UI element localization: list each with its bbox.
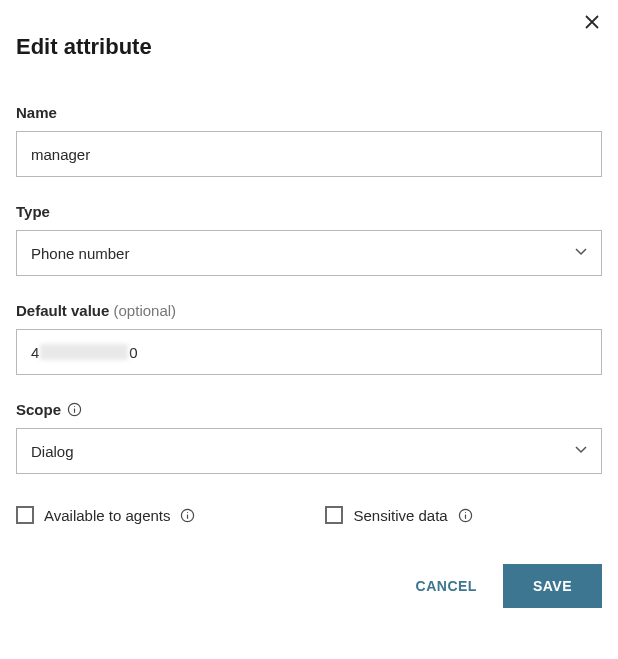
sensitive-data-label: Sensitive data: [353, 507, 447, 524]
dialog-title: Edit attribute: [16, 34, 602, 60]
checkbox-row: Available to agents Sensitive data: [16, 506, 602, 524]
cancel-button[interactable]: CANCEL: [408, 566, 485, 606]
svg-point-10: [465, 511, 466, 512]
name-input[interactable]: [16, 131, 602, 177]
available-to-agents-item: Available to agents: [16, 506, 195, 524]
type-field: Type Phone number: [16, 203, 602, 276]
name-label: Name: [16, 104, 602, 121]
type-label: Type: [16, 203, 602, 220]
type-select[interactable]: Phone number: [16, 230, 602, 276]
info-icon[interactable]: [180, 508, 195, 523]
name-field: Name: [16, 104, 602, 177]
sensitive-data-item: Sensitive data: [325, 506, 472, 524]
info-icon[interactable]: [458, 508, 473, 523]
default-value-label: Default value (optional): [16, 302, 602, 319]
default-value-input[interactable]: 4 0: [16, 329, 602, 375]
save-button[interactable]: SAVE: [503, 564, 602, 608]
scope-field: Scope Dialog: [16, 401, 602, 474]
button-row: CANCEL SAVE: [16, 564, 602, 608]
redacted-content: [40, 344, 128, 360]
close-icon: [584, 14, 600, 34]
svg-point-4: [74, 406, 75, 407]
info-icon[interactable]: [67, 402, 82, 417]
available-to-agents-checkbox[interactable]: [16, 506, 34, 524]
scope-label: Scope: [16, 401, 61, 418]
svg-point-7: [187, 511, 188, 512]
available-to-agents-label: Available to agents: [44, 507, 170, 524]
default-value-field: Default value (optional) 4 0: [16, 302, 602, 375]
sensitive-data-checkbox[interactable]: [325, 506, 343, 524]
scope-select[interactable]: Dialog: [16, 428, 602, 474]
close-button[interactable]: [580, 12, 604, 36]
